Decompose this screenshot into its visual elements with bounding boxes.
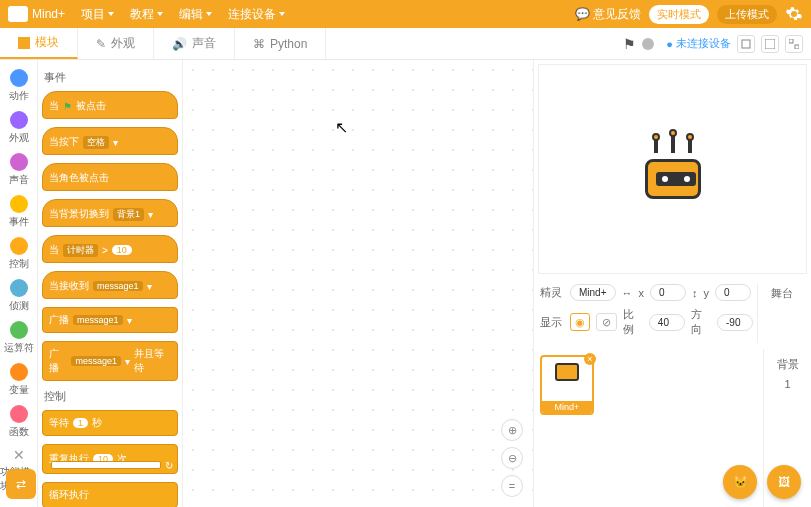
events-heading: 事件 <box>44 70 178 85</box>
view-full-button[interactable] <box>785 35 803 53</box>
block-forever[interactable]: 循环执行 <box>42 482 178 507</box>
sprite-properties: 精灵 Mind+ ↔ x 0 ↕ y 0 显示 ◉ ⊘ 比例 40 方向 -90 <box>534 278 811 349</box>
app-header: Mind+ 项目 教程 编辑 连接设备 💬 意见反馈 实时模式 上传模式 <box>0 0 811 28</box>
block-when-backdrop-switches[interactable]: 当背景切换到 背景1 ▾ <box>42 199 178 227</box>
tab-sound[interactable]: 🔊 声音 <box>154 28 235 59</box>
stop-icon[interactable] <box>642 38 654 50</box>
circle-icon <box>10 237 28 255</box>
stage-controls: ⚑ ● 未连接设备 <box>623 28 811 59</box>
view-small-button[interactable] <box>737 35 755 53</box>
block-when-key-pressed[interactable]: 当按下 空格 ▾ <box>42 127 178 155</box>
extensions-button[interactable]: ⇄ <box>6 469 36 499</box>
hide-button[interactable]: ⊘ <box>596 313 616 331</box>
right-panel: 精灵 Mind+ ↔ x 0 ↕ y 0 显示 ◉ ⊘ 比例 40 方向 -90 <box>533 60 811 507</box>
cat-control[interactable]: 控制 <box>0 234 37 274</box>
feedback-link[interactable]: 💬 意见反馈 <box>575 6 641 23</box>
zoom-reset-button[interactable]: = <box>501 475 523 497</box>
x-input[interactable]: 0 <box>650 284 686 301</box>
cat-sound[interactable]: 声音 <box>0 150 37 190</box>
add-backdrop-button[interactable]: 🖼 <box>767 465 801 499</box>
backdrop-dropdown[interactable]: 背景1 <box>113 208 144 221</box>
direction-label: 方向 <box>691 307 711 337</box>
logo-icon <box>8 6 28 22</box>
cat-sensing[interactable]: 侦测 <box>0 276 37 316</box>
connection-status[interactable]: ● 未连接设备 <box>666 36 731 51</box>
block-when-flag-clicked[interactable]: 当 ⚑ 被点击 <box>42 91 178 119</box>
cat-functions[interactable]: 函数 <box>0 402 37 442</box>
realtime-mode-button[interactable]: 实时模式 <box>649 5 709 24</box>
tab-blocks[interactable]: 模块 <box>0 28 78 59</box>
sprite-on-stage[interactable] <box>638 139 708 199</box>
value-input[interactable]: 1 <box>73 418 88 428</box>
tab-python[interactable]: ⌘ Python <box>235 28 326 59</box>
add-sprite-button[interactable]: 🐱 <box>723 465 757 499</box>
menu-connect[interactable]: 连接设备 <box>222 6 291 23</box>
direction-input[interactable]: -90 <box>717 314 753 331</box>
cat-operators[interactable]: 运算符 <box>0 318 37 358</box>
menu-edit[interactable]: 编辑 <box>173 6 218 23</box>
block-broadcast[interactable]: 广播 message1 ▾ <box>42 307 178 333</box>
block-repeat[interactable]: 重复执行 10 次 ↻ <box>42 444 178 474</box>
key-dropdown[interactable]: 空格 <box>83 136 109 149</box>
var-dropdown[interactable]: 计时器 <box>63 244 98 257</box>
caret-down-icon <box>157 12 163 16</box>
settings-icon[interactable] <box>785 5 803 23</box>
sprite-name-input[interactable]: Mind+ <box>570 284 616 301</box>
wrench-icon: ✕ <box>13 447 25 463</box>
workspace[interactable]: ↖ ⊕ ⊖ = <box>183 60 533 507</box>
sprite-thumb-image <box>553 363 581 387</box>
value-input[interactable]: 10 <box>112 245 132 255</box>
cat-events[interactable]: 事件 <box>0 192 37 232</box>
sprite-list: × Mind+ 背景 1 🐱 🖼 <box>534 349 811 507</box>
message-dropdown[interactable]: message1 <box>93 281 143 291</box>
size-input[interactable]: 40 <box>649 314 685 331</box>
svg-rect-0 <box>18 37 30 49</box>
block-when-receive[interactable]: 当接收到 message1 ▾ <box>42 271 178 299</box>
y-input[interactable]: 0 <box>715 284 751 301</box>
block-when-greater-than[interactable]: 当 计时器 > 10 <box>42 235 178 263</box>
caret-down-icon: ▾ <box>125 356 130 367</box>
caret-down-icon <box>206 12 212 16</box>
stage-column[interactable]: 舞台 <box>757 284 805 343</box>
menu-project[interactable]: 项目 <box>75 6 120 23</box>
caret-down-icon: ▾ <box>127 315 132 326</box>
svg-rect-4 <box>795 45 799 49</box>
svg-rect-2 <box>765 39 775 49</box>
block-broadcast-wait[interactable]: 广播 message1 ▾ 并且等待 <box>42 341 178 381</box>
block-when-sprite-clicked[interactable]: 当角色被点击 <box>42 163 178 191</box>
cat-looks[interactable]: 外观 <box>0 108 37 148</box>
plus-icon: ⊕ <box>508 424 517 437</box>
message-dropdown[interactable]: message1 <box>73 315 123 325</box>
xy-icon: ↕ <box>692 287 698 299</box>
tab-looks[interactable]: ✎ 外观 <box>78 28 154 59</box>
close-icon[interactable]: × <box>584 353 596 365</box>
stage[interactable] <box>538 64 807 274</box>
sprite-thumb-name: Mind+ <box>542 401 592 413</box>
flag-icon: ⚑ <box>63 101 72 112</box>
equals-icon: = <box>509 480 515 492</box>
logo[interactable]: Mind+ <box>8 6 65 22</box>
eye-icon: ◉ <box>575 316 585 329</box>
upload-mode-button[interactable]: 上传模式 <box>717 5 777 24</box>
menu-tutorial[interactable]: 教程 <box>124 6 169 23</box>
xy-icon: ↔ <box>622 287 633 299</box>
cursor-icon: ↖ <box>335 118 348 137</box>
python-icon: ⌘ <box>253 37 265 51</box>
cat-variables[interactable]: 变量 <box>0 360 37 400</box>
minus-icon: ⊖ <box>508 452 517 465</box>
cat-motion[interactable]: 动作 <box>0 66 37 106</box>
zoom-out-button[interactable]: ⊖ <box>501 447 523 469</box>
caret-down-icon: ▾ <box>148 209 153 220</box>
view-large-button[interactable] <box>761 35 779 53</box>
bluetooth-icon: ● <box>666 38 673 50</box>
block-wait[interactable]: 等待 1 秒 <box>42 410 178 436</box>
message-dropdown[interactable]: message1 <box>71 356 121 366</box>
sprite-thumbnail[interactable]: × Mind+ <box>540 355 594 415</box>
header-right: 💬 意见反馈 实时模式 上传模式 <box>575 5 803 24</box>
cat-icon: 🐱 <box>733 475 748 489</box>
show-button[interactable]: ◉ <box>570 313 590 331</box>
zoom-in-button[interactable]: ⊕ <box>501 419 523 441</box>
circle-icon <box>10 321 28 339</box>
green-flag-icon[interactable]: ⚑ <box>623 36 636 52</box>
circle-icon <box>10 153 28 171</box>
